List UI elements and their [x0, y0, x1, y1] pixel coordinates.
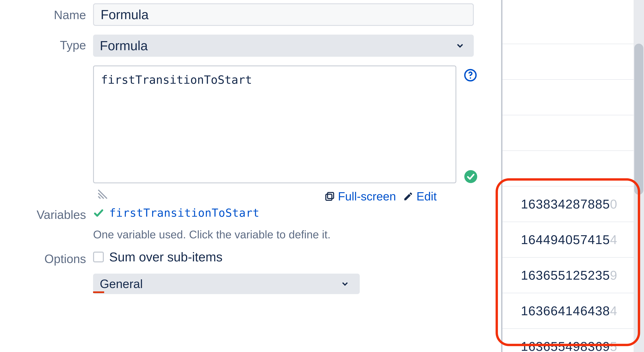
root: Name Type Formula: [0, 0, 644, 352]
variables-label: Variables: [0, 206, 93, 222]
preview-cell: 1636551252359: [502, 257, 644, 293]
row-options: Options Sum over sub-items General: [0, 250, 501, 294]
preview-cell: 1636554983695: [502, 328, 644, 352]
variables-field: firstTransitionToStart One variable used…: [93, 206, 501, 241]
preview-cell-empty: [502, 150, 644, 186]
formula-label-empty: [0, 66, 93, 70]
svg-rect-6: [328, 193, 334, 199]
preview-cell: 1644940574154: [502, 222, 644, 257]
sum-option: Sum over sub-items: [93, 250, 484, 264]
type-label: Type: [0, 35, 93, 52]
form-panel: Name Type Formula: [0, 0, 501, 352]
preview-rows: 1638342878850 1644940574154 163655125235…: [502, 44, 644, 352]
scrollbar-thumb[interactable]: [634, 44, 643, 195]
help-icon[interactable]: [464, 69, 477, 82]
name-input[interactable]: [93, 3, 474, 26]
row-formula: Full-screen Edit: [0, 66, 501, 203]
options-field: Sum over sub-items General: [93, 250, 501, 294]
name-label: Name: [0, 3, 93, 22]
type-select[interactable]: Formula: [93, 35, 474, 57]
variable-link[interactable]: firstTransitionToStart: [109, 206, 260, 219]
preview-cell: 1636641464384: [502, 293, 644, 328]
resize-handle-icon: [96, 188, 109, 201]
fullscreen-icon: [324, 191, 335, 202]
options-mode-select[interactable]: General: [93, 274, 360, 294]
options-label: Options: [0, 250, 93, 266]
preview-cell: 1638342878850: [502, 186, 644, 222]
fullscreen-button[interactable]: Full-screen: [324, 190, 396, 203]
svg-rect-7: [326, 194, 332, 200]
check-circle-icon: [464, 170, 478, 184]
row-variables: Variables firstTransitionToStart One var…: [0, 206, 501, 241]
edit-label: Edit: [416, 190, 437, 203]
formula-textarea[interactable]: [93, 66, 456, 183]
sum-checkbox[interactable]: [93, 252, 104, 262]
type-select-value: Formula: [100, 38, 148, 53]
svg-line-2: [98, 196, 100, 199]
edit-button[interactable]: Edit: [403, 190, 437, 203]
check-icon: [93, 207, 104, 219]
preview-cell-empty: [502, 44, 644, 79]
fullscreen-label: Full-screen: [338, 190, 396, 203]
editor-links: Full-screen Edit: [324, 190, 484, 203]
chevron-down-icon: [340, 279, 350, 288]
chevron-down-icon: [455, 41, 465, 51]
pencil-icon: [403, 191, 414, 202]
options-mode-value: General: [100, 277, 143, 291]
variables-summary: One variable used. Click the variable to…: [93, 228, 484, 241]
row-name: Name: [0, 3, 501, 26]
name-field: [93, 3, 501, 26]
preview-cell-empty: [502, 115, 644, 150]
panel-divider: [501, 0, 502, 352]
variable-entry: firstTransitionToStart: [93, 206, 484, 219]
svg-point-4: [470, 77, 471, 79]
formula-field: Full-screen Edit: [93, 66, 501, 203]
type-field: Formula: [93, 35, 501, 57]
row-type: Type Formula: [0, 35, 501, 57]
preview-panel: 1638342878850 1644940574154 163655125235…: [502, 0, 644, 352]
sum-label: Sum over sub-items: [109, 250, 222, 264]
preview-cell-empty: [502, 79, 644, 115]
svg-point-5: [464, 170, 477, 183]
